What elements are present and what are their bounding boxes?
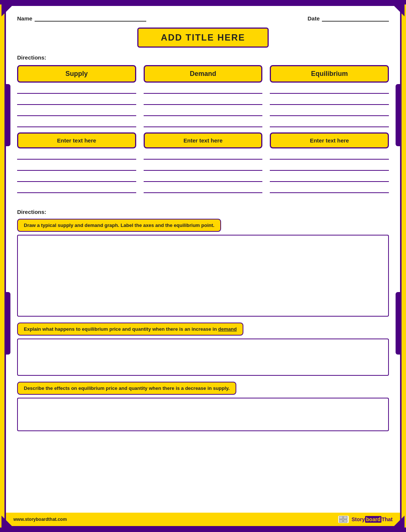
answer-box-1[interactable] — [17, 339, 389, 376]
date-label: Date — [307, 15, 320, 22]
corner-tr — [390, 1, 405, 16]
supply-line-8 — [17, 187, 136, 193]
footer-logo: StoryboardThat — [338, 516, 393, 523]
instruction-describe-btn: Describe the effects on equilibrium pric… — [17, 382, 236, 395]
date-field: Date — [307, 15, 389, 22]
demand-underline-text: demand — [218, 326, 237, 332]
supply-line-4 — [17, 121, 136, 127]
supply-line-2 — [17, 99, 136, 105]
supply-header[interactable]: Supply — [17, 65, 136, 83]
demand-line-7 — [144, 176, 263, 182]
instruction-explain-btn: Explain what happens to equilibrium pric… — [17, 323, 243, 336]
equilibrium-line-5 — [270, 154, 389, 160]
equilibrium-line-1 — [270, 88, 389, 94]
demand-line-8 — [144, 187, 263, 193]
content-area: Name Date ADD TITLE HERE Directions: Sup… — [17, 13, 389, 456]
equilibrium-lines-bottom — [270, 154, 389, 193]
corner-br — [390, 516, 405, 531]
demand-lines-top — [144, 88, 263, 127]
instruction-explain-text: Explain what happens to equilibrium pric… — [24, 326, 237, 332]
supply-lines-bottom — [17, 154, 136, 193]
footer: www.storyboardthat.com StoryboardThat — [6, 513, 400, 526]
title-box: ADD TITLE HERE — [17, 28, 389, 48]
name-underline[interactable] — [35, 15, 146, 22]
footer-website: www.storyboardthat.com — [13, 517, 67, 522]
draw-box[interactable] — [17, 235, 389, 317]
directions2-label: Directions: — [17, 209, 389, 215]
demand-line-1 — [144, 88, 263, 94]
instruction-draw-btn: Draw a typical supply and demand graph. … — [17, 219, 221, 232]
instruction-describe-text: Describe the effects on equilibrium pric… — [24, 385, 230, 391]
header-row: Name Date — [17, 13, 389, 22]
page-wrapper: Name Date ADD TITLE HERE Directions: Sup… — [0, 0, 406, 532]
date-underline[interactable] — [322, 15, 389, 22]
demand-line-5 — [144, 154, 263, 160]
demand-line-4 — [144, 121, 263, 127]
instruction-draw-text: Draw a typical supply and demand graph. … — [24, 222, 214, 228]
supply-line-7 — [17, 176, 136, 182]
demand-line-3 — [144, 110, 263, 116]
col-supply: Supply Enter text here — [17, 65, 136, 198]
svg-rect-1 — [343, 516, 347, 519]
demand-lines-bottom — [144, 154, 263, 193]
footer-story: Story — [352, 516, 365, 522]
equilibrium-line-3 — [270, 110, 389, 116]
equilibrium-lines-top — [270, 88, 389, 127]
equilibrium-line-2 — [270, 99, 389, 105]
svg-rect-3 — [343, 520, 347, 522]
col-demand: Demand Enter text here — [144, 65, 263, 198]
directions1-label: Directions: — [17, 54, 389, 61]
demand-line-6 — [144, 165, 263, 171]
supply-line-5 — [17, 154, 136, 160]
name-label: Name — [17, 15, 32, 22]
bottom-strip — [0, 528, 406, 532]
equilibrium-line-4 — [270, 121, 389, 127]
supply-lines-top — [17, 88, 136, 127]
demand-header[interactable]: Demand — [144, 65, 263, 83]
three-col-section: Supply Enter text here — [17, 65, 389, 198]
answer-box-2[interactable] — [17, 398, 389, 431]
side-right-deco — [396, 84, 401, 147]
equilibrium-line-8 — [270, 187, 389, 193]
svg-rect-0 — [339, 516, 343, 519]
svg-rect-2 — [339, 520, 343, 522]
corner-bl — [1, 516, 16, 531]
corner-tl — [1, 1, 16, 16]
footer-board: board — [365, 516, 382, 523]
supply-line-3 — [17, 110, 136, 116]
equilibrium-header[interactable]: Equilibrium — [270, 65, 389, 83]
footer-logo-text: StoryboardThat — [352, 516, 393, 522]
equilibrium-line-6 — [270, 165, 389, 171]
supply-sub-button[interactable]: Enter text here — [17, 132, 136, 148]
page-title[interactable]: ADD TITLE HERE — [137, 28, 269, 48]
demand-line-2 — [144, 99, 263, 105]
side-right2-deco — [396, 292, 401, 355]
demand-sub-button[interactable]: Enter text here — [144, 132, 263, 148]
storyboard-icon — [338, 516, 349, 523]
inner-border: Name Date ADD TITLE HERE Directions: Sup… — [4, 4, 402, 528]
side-left2-deco — [5, 292, 10, 355]
supply-line-1 — [17, 88, 136, 94]
top-strip — [0, 0, 406, 4]
supply-line-6 — [17, 165, 136, 171]
equilibrium-line-7 — [270, 176, 389, 182]
name-field: Name — [17, 15, 146, 22]
side-left-deco — [5, 84, 10, 147]
col-equilibrium: Equilibrium Enter text here — [270, 65, 389, 198]
equilibrium-sub-button[interactable]: Enter text here — [270, 132, 389, 148]
